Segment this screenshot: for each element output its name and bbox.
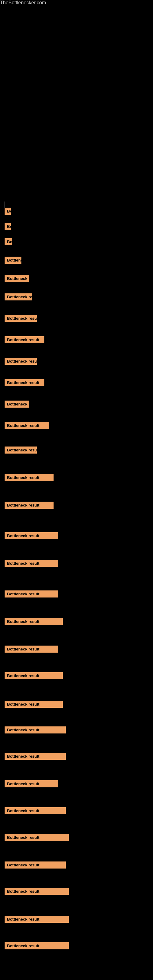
bottleneck-item: Bottleneck result xyxy=(5,590,58,598)
bottleneck-item: Bottleneck result xyxy=(5,672,63,679)
bottleneck-item: Bottleneck result xyxy=(5,379,45,386)
bottleneck-item: Bottleneck result xyxy=(5,888,69,895)
bottleneck-item: Bottleneck result xyxy=(5,834,69,841)
bottleneck-item: Bottleneck result xyxy=(5,257,21,264)
bottleneck-item: Bottleneck result xyxy=(5,807,66,814)
bottleneck-item: Bottleneck result xyxy=(5,293,32,301)
main-content: Bottleneck resultBottleneck resultBottle… xyxy=(0,5,153,980)
site-title: TheBottlenecker.com xyxy=(0,0,153,5)
bottleneck-item: Bottleneck result xyxy=(5,916,69,923)
bottleneck-item: Bottleneck result xyxy=(5,223,11,230)
bottleneck-item: Bottleneck result xyxy=(5,646,58,652)
bottleneck-item: Bottleneck result xyxy=(5,275,29,282)
bottleneck-item: Bottleneck result xyxy=(5,401,29,407)
bottleneck-item: Bottleneck result xyxy=(5,532,58,539)
bottleneck-item: Bottleneck result xyxy=(5,753,66,760)
bottleneck-item: Bottleneck result xyxy=(5,942,69,950)
bottleneck-item: Bottleneck result xyxy=(5,447,37,453)
bottleneck-item: Bottleneck result xyxy=(5,560,58,567)
bottleneck-item: Bottleneck result xyxy=(5,726,66,733)
bottleneck-item: Bottleneck result xyxy=(5,238,12,245)
bottleneck-item: Bottleneck result xyxy=(5,780,58,788)
bottleneck-item: Bottleneck result xyxy=(5,315,37,322)
bottleneck-item: Bottleneck result xyxy=(5,358,37,365)
bottleneck-item: Bottleneck result xyxy=(5,618,63,625)
bottleneck-item: Bottleneck result xyxy=(5,422,49,429)
bottleneck-item: Bottleneck result xyxy=(5,701,63,708)
bottleneck-item: Bottleneck result xyxy=(5,474,54,481)
bottleneck-item: Bottleneck result xyxy=(5,861,66,869)
bottleneck-item: Bottleneck result xyxy=(5,502,54,509)
bottleneck-item: Bottleneck result xyxy=(5,208,11,215)
bottleneck-item: Bottleneck result xyxy=(5,336,45,343)
